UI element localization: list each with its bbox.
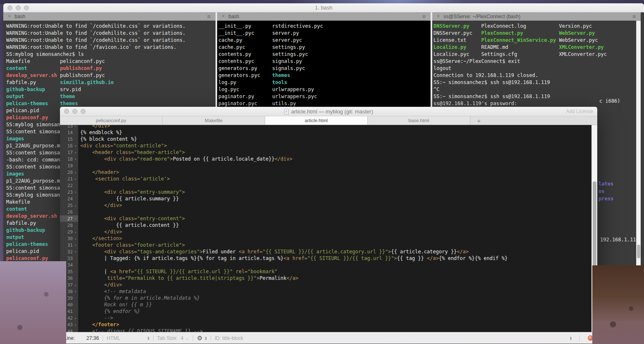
fold-arrow-icon[interactable]: ▾ xyxy=(73,177,78,181)
code-text[interactable]: {% endblock %} xyxy=(78,129,597,136)
code-text[interactable]: {% endfor %} xyxy=(78,308,597,315)
terminal-line: __init__.pyc server.py xyxy=(218,30,431,37)
code-text[interactable]: </header> xyxy=(78,169,597,176)
gutter-cell[interactable]: 31▾ xyxy=(60,242,78,248)
fold-arrow-icon[interactable]: ▾ xyxy=(73,250,78,254)
code-text[interactable]: <footer class="footer-article"> xyxy=(78,242,597,248)
code-text[interactable]: | Tagged: {% if article.tags %}{% for ta… xyxy=(78,255,597,262)
fold-arrow-icon[interactable]: ▾ xyxy=(73,157,78,161)
fold-arrow-icon[interactable]: ▴ xyxy=(73,171,78,174)
divider xyxy=(103,335,103,341)
gutter-cell[interactable]: 32▾ xyxy=(60,248,78,255)
editor-statusbar: Line: 27:36 HTML ▴▾ Tab Size: 4 ⌄ ⚙ ▴▾ I… xyxy=(60,332,597,344)
close-tab-icon[interactable]: ✕ xyxy=(7,14,11,19)
gutter-cell[interactable]: 21▾ xyxy=(60,176,78,182)
gutter-cell[interactable]: 23▾ xyxy=(60,189,78,195)
code-text[interactable] xyxy=(78,209,597,215)
code-text[interactable] xyxy=(78,162,597,169)
terminal-line: ss@SServe:~/PlexConnect$ exit xyxy=(433,58,641,65)
scrollbar-thumb[interactable] xyxy=(637,245,640,258)
code-text[interactable]: Rock on! {{ m }} xyxy=(78,301,597,308)
fold-arrow-icon[interactable]: ▴ xyxy=(73,230,78,234)
menu-icon[interactable]: ≡ xyxy=(632,14,636,19)
fold-arrow-icon[interactable]: ▴ xyxy=(73,125,78,128)
tab-article-html[interactable]: article.html xyxy=(265,116,368,125)
gutter-cell[interactable]: 26 xyxy=(60,209,78,215)
code-text[interactable]: <div class="content-article"> xyxy=(78,142,597,149)
terminal-tabbar[interactable]: ✕ bash ≡ xyxy=(3,12,215,21)
terminal-tabbar[interactable]: ✕ ss@SServe: ~/PlexConnect (bash) ≡ xyxy=(432,12,641,21)
gutter-cell[interactable]: 28 xyxy=(60,222,78,229)
code-text[interactable]: </div> xyxy=(78,125,597,129)
code-text[interactable]: </section> xyxy=(78,235,597,242)
fold-arrow-icon[interactable]: ▴ xyxy=(73,323,78,327)
gear-icon[interactable]: ⚙ xyxy=(197,334,202,342)
gutter-cell[interactable]: 33 xyxy=(60,255,78,262)
gutter-cell[interactable]: 25▴ xyxy=(60,202,78,209)
menu-icon[interactable]: ≡ xyxy=(207,14,211,19)
gutter-cell[interactable]: 19 xyxy=(60,162,78,169)
code-text[interactable]: {{ article.content }} xyxy=(78,222,597,229)
fold-arrow-icon[interactable]: ▾ xyxy=(73,217,78,221)
right-stepper-icon[interactable]: ▴▾ xyxy=(570,336,572,340)
code-text[interactable]: <div class="tags-and-categories">Filed u… xyxy=(78,248,597,255)
new-tab-button[interactable]: + xyxy=(470,116,488,125)
gutter-cell[interactable]: 20▴ xyxy=(60,169,78,176)
gutter-cell[interactable]: 18▾ xyxy=(60,156,78,162)
tab-base-html[interactable]: base.html xyxy=(368,116,470,125)
syntax-selector[interactable]: HTML xyxy=(107,335,120,341)
code-text[interactable]: <div class="read-more">Posted on {{ arti… xyxy=(78,156,597,162)
menu-icon[interactable]: ≡ xyxy=(422,14,426,19)
fold-arrow-icon[interactable]: ▾ xyxy=(73,290,78,293)
fold-arrow-icon[interactable]: ▴ xyxy=(73,204,78,207)
chevron-down-icon[interactable]: ⌄ xyxy=(186,336,189,340)
fold-arrow-icon[interactable]: ▾ xyxy=(73,243,78,247)
gear-stepper-icon[interactable]: ▴▾ xyxy=(205,336,207,340)
tab-size-value[interactable]: 4 xyxy=(181,335,184,341)
code-text[interactable]: </div> xyxy=(78,281,597,288)
code-text[interactable]: <!-- disqus {{ DISQUS_SITENAME }} --> xyxy=(78,328,597,332)
gutter-cell[interactable]: 16▾ xyxy=(60,142,78,149)
code-text[interactable]: <header class="header-article"> xyxy=(78,149,597,156)
gutter-cell[interactable]: 13▴ xyxy=(60,125,78,129)
gutter-cell[interactable]: 22 xyxy=(60,182,78,189)
fold-arrow-icon[interactable]: ▾ xyxy=(73,190,78,194)
code-text[interactable]: </footer> xyxy=(78,321,597,328)
fold-arrow-icon[interactable]: ▾ xyxy=(73,144,78,148)
gutter-cell[interactable]: 15 xyxy=(60,136,78,142)
terminal-line: Localize.pyc Settings.cfg XMLConverter.p… xyxy=(433,51,641,58)
terminal-scrollbar[interactable] xyxy=(636,21,641,268)
gutter-cell[interactable]: 17▾ xyxy=(60,149,78,156)
syntax-stepper-icon[interactable]: ▴▾ xyxy=(148,336,149,340)
code-text[interactable]: <!-- metaldata xyxy=(78,288,597,295)
code-text[interactable]: </div> xyxy=(78,229,597,235)
fold-arrow-icon[interactable]: ▴ xyxy=(73,283,78,287)
terminal-tabbar[interactable]: ✕ bash ≡ xyxy=(217,12,431,21)
fold-arrow-icon[interactable]: ▴ xyxy=(73,316,78,320)
gutter-cell[interactable]: 27▾ xyxy=(60,215,78,222)
gutter-cell[interactable]: 29▴ xyxy=(60,229,78,235)
tab-pelicanconf-py[interactable]: pelicanconf.py xyxy=(60,116,163,125)
fold-arrow-icon[interactable]: ▴ xyxy=(73,237,78,241)
close-tab-icon[interactable]: ✕ xyxy=(436,14,440,19)
code-text[interactable] xyxy=(78,182,597,189)
editor-code-area[interactable]: 13▴ </div>14{% endblock %}15{% block con… xyxy=(60,125,597,332)
code-text[interactable]: <div class="entry-content"> xyxy=(78,215,597,222)
gutter-cell[interactable]: 14 xyxy=(60,129,78,136)
code-text[interactable]: </div> xyxy=(78,202,597,209)
line-number: 13 xyxy=(67,125,73,129)
code-text[interactable] xyxy=(78,262,597,268)
code-text[interactable]: <div class="entry-summary"> xyxy=(78,189,597,195)
gutter-cell[interactable]: 30▴ xyxy=(60,235,78,242)
tab-makefile[interactable]: Makefile xyxy=(163,116,265,125)
close-tab-icon[interactable]: ✕ xyxy=(221,14,225,19)
code-text[interactable]: --> xyxy=(78,315,597,321)
fold-arrow-icon[interactable]: ▾ xyxy=(73,151,78,154)
code-text[interactable]: {% for m in article.Metaldata %} xyxy=(78,295,597,301)
code-text[interactable]: <section class='article'> xyxy=(78,176,597,182)
code-text[interactable]: {{ article.summary }} xyxy=(78,195,597,202)
code-text[interactable]: {% block content %} xyxy=(78,136,597,142)
code-text[interactable]: title="Permalink to {{ article.title|str… xyxy=(78,275,597,281)
gutter-cell[interactable]: 24 xyxy=(60,195,78,202)
code-text[interactable]: | <a href="{{ SITEURL }}/{{ article.url … xyxy=(78,268,597,275)
